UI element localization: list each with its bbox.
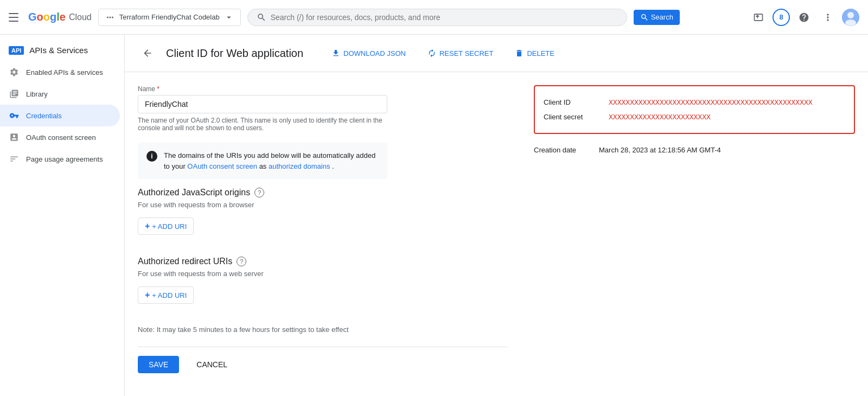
download-json-button[interactable]: DOWNLOAD JSON (325, 46, 412, 61)
js-origins-help-icon[interactable]: ? (254, 188, 264, 197)
redirect-uris-section: Authorized redirect URIs ? For use with … (138, 257, 508, 304)
info-icon: i (146, 151, 157, 162)
sidebar-item-oauth[interactable]: OAuth consent screen (0, 126, 120, 148)
search-button[interactable]: Search (634, 10, 680, 25)
project-selector[interactable]: Terraform FriendlyChat Codelab (98, 9, 241, 26)
search-button-icon (640, 13, 649, 22)
sidebar-item-library[interactable]: Library (0, 83, 120, 105)
client-id-row: Client ID XXXXXXXXXXXXXXXXXXXXXXXXXXXXXX… (544, 95, 845, 110)
creation-date-row: Creation date March 28, 2023 at 12:18:56… (534, 143, 855, 157)
name-form-group: Name * The name of your OAuth 2.0 client… (138, 85, 508, 132)
settings-note: Note: It may take 5 minutes to a few hou… (138, 325, 508, 334)
sidebar-item-credentials[interactable]: Credentials (0, 105, 120, 126)
library-icon (9, 88, 20, 99)
reset-secret-button[interactable]: RESET SECRET (421, 46, 500, 61)
info-banner: i The domains of the URIs you add below … (138, 143, 387, 179)
client-id-value: XXXXXXXXXXXXXXXXXXXXXXXXXXXXXXXXXXXXXXXX… (609, 98, 813, 106)
redirect-uris-desc: For use with requests from a web server (138, 270, 508, 278)
hamburger-menu[interactable] (9, 11, 22, 24)
sidebar-title: APIs & Services (29, 46, 88, 55)
cloud-text: Cloud (69, 12, 92, 22)
project-name: Terraform FriendlyChat Codelab (119, 13, 220, 21)
sidebar-item-enabled[interactable]: Enabled APIs & services (0, 61, 120, 83)
svg-point-5 (845, 20, 856, 26)
sidebar-item-page-usage-label: Page usage agreements (26, 155, 103, 163)
js-origins-desc: For use with requests from a browser (138, 201, 508, 209)
back-button[interactable] (138, 43, 157, 63)
js-origins-title: Authorized JavaScript origins (138, 188, 250, 197)
header-actions: DOWNLOAD JSON RESET SECRET DELETE (325, 46, 561, 61)
sidebar-item-enabled-label: Enabled APIs & services (26, 68, 103, 76)
sidebar: API APIs & Services Enabled APIs & servi… (0, 35, 125, 396)
content-area: Name * The name of your OAuth 2.0 client… (125, 72, 868, 395)
delete-icon (515, 49, 524, 58)
logo-g-red2: e (60, 11, 66, 23)
download-icon (331, 49, 340, 58)
top-navigation: Google Cloud Terraform FriendlyChat Code… (0, 0, 868, 35)
oauth-icon (9, 132, 20, 143)
save-section: SAVE CANCEL (138, 347, 508, 382)
name-label: Name * (138, 85, 508, 93)
user-avatar[interactable] (842, 9, 859, 26)
logo-g-blue2: g (50, 11, 56, 23)
more-options-icon[interactable] (818, 8, 838, 27)
add-uri-button-1[interactable]: + + ADD URI (138, 218, 194, 235)
search-button-label: Search (651, 13, 673, 21)
client-id-label: Client ID (544, 98, 609, 106)
logo-g-yellow: o (43, 11, 50, 23)
add-uri-icon-1: + (145, 221, 150, 231)
search-icon (257, 12, 266, 22)
page-header: Client ID for Web application DOWNLOAD J… (125, 35, 868, 72)
creation-value: March 28, 2023 at 12:18:56 AM GMT-4 (599, 146, 721, 154)
sidebar-item-credentials-label: Credentials (26, 112, 62, 120)
search-bar (247, 9, 627, 26)
js-origins-header: Authorized JavaScript origins ? (138, 188, 508, 197)
name-help-text: The name of your OAuth 2.0 client. This … (138, 117, 387, 132)
creation-label: Creation date (534, 146, 599, 154)
notification-badge[interactable]: 8 (773, 9, 790, 26)
main-content: Client ID for Web application DOWNLOAD J… (125, 35, 868, 396)
cancel-button[interactable]: CANCEL (188, 356, 236, 373)
delete-button[interactable]: DELETE (508, 46, 561, 61)
info-text: The domains of the URIs you add below wi… (164, 150, 379, 171)
page-usage-icon (9, 154, 20, 164)
add-uri-icon-2: + (145, 290, 150, 300)
logo-g-red: o (37, 11, 43, 23)
required-indicator: * (157, 85, 159, 93)
help-icon[interactable] (794, 8, 814, 27)
svg-point-1 (107, 16, 108, 18)
reset-secret-label: RESET SECRET (439, 49, 493, 58)
sidebar-item-oauth-label: OAuth consent screen (26, 133, 96, 142)
authorized-domains-link[interactable]: authorized domains (269, 162, 330, 170)
google-cloud-logo: Google Cloud (28, 11, 92, 23)
form-section: Name * The name of your OAuth 2.0 client… (125, 72, 521, 395)
info-section: Client ID XXXXXXXXXXXXXXXXXXXXXXXXXXXXXX… (521, 72, 868, 395)
logo-g-blue: G (28, 11, 37, 23)
add-uri-button-2[interactable]: + + ADD URI (138, 286, 194, 304)
redirect-uris-help-icon[interactable]: ? (237, 257, 246, 266)
download-json-label: DOWNLOAD JSON (343, 49, 406, 58)
settings-icon (9, 67, 20, 78)
search-input[interactable] (271, 13, 618, 22)
js-origins-section: Authorized JavaScript origins ? For use … (138, 188, 508, 235)
save-button[interactable]: SAVE (138, 356, 179, 373)
terminal-icon[interactable] (749, 8, 768, 27)
add-uri-label-2: + ADD URI (152, 291, 187, 299)
reset-icon (427, 49, 436, 58)
nav-right: 8 (749, 8, 859, 27)
sidebar-item-page-usage[interactable]: Page usage agreements (0, 148, 120, 170)
add-uri-label-1: + ADD URI (152, 222, 187, 231)
redirect-uris-header: Authorized redirect URIs ? (138, 257, 508, 266)
client-secret-row: Client secret XXXXXXXXXXXXXXXXXXXXXXXX (544, 110, 845, 124)
svg-point-0 (109, 16, 111, 18)
page-title: Client ID for Web application (166, 47, 303, 60)
sidebar-header: API APIs & Services (0, 39, 124, 61)
credentials-icon (9, 110, 20, 121)
sidebar-item-library-label: Library (26, 90, 48, 98)
client-secret-value: XXXXXXXXXXXXXXXXXXXXXXXX (609, 113, 711, 121)
notification-count: 8 (779, 13, 783, 21)
name-input[interactable] (138, 95, 387, 113)
redirect-uris-title: Authorized redirect URIs (138, 257, 232, 266)
oauth-consent-link[interactable]: OAuth consent screen (187, 162, 257, 170)
page-layout: API APIs & Services Enabled APIs & servi… (0, 35, 868, 396)
